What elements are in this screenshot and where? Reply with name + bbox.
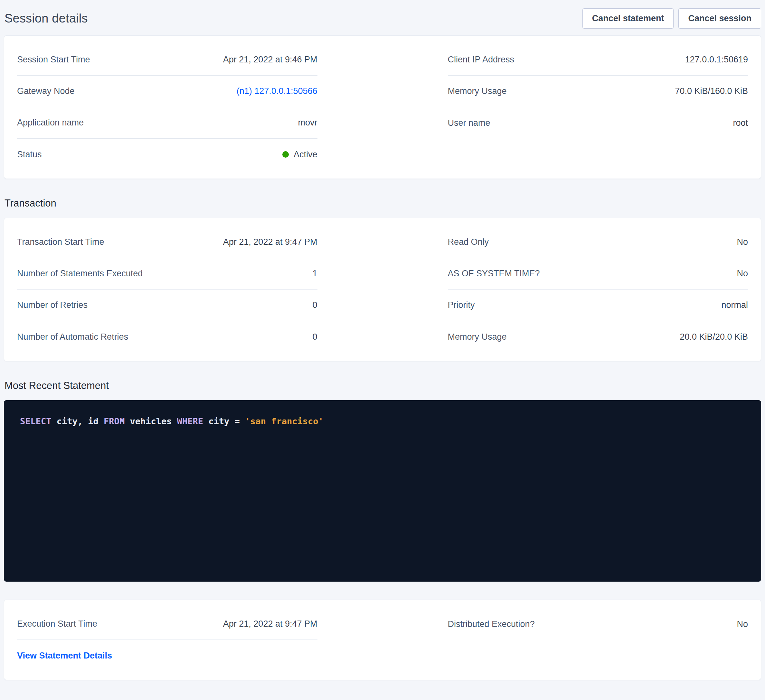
session-summary-card: Session Start Time Apr 21, 2022 at 9:46 … xyxy=(4,35,761,179)
detail-value: 70.0 KiB/160.0 KiB xyxy=(675,86,748,96)
detail-value: No xyxy=(737,237,748,247)
detail-label: User name xyxy=(448,118,490,128)
detail-value: No xyxy=(737,268,748,279)
read-only-row: Read Only No xyxy=(448,226,748,258)
statements-executed-row: Number of Statements Executed 1 xyxy=(17,258,318,290)
gateway-node-row: Gateway Node (n1) 127.0.0.1:50566 xyxy=(17,75,318,107)
most-recent-statement-title: Most Recent Statement xyxy=(5,380,761,391)
sql-token: WHERE xyxy=(177,416,203,426)
sql-token: city, id xyxy=(52,416,104,426)
detail-label: Distributed Execution? xyxy=(448,619,535,629)
detail-label: Number of Retries xyxy=(17,300,88,310)
cancel-statement-button[interactable]: Cancel statement xyxy=(582,8,674,29)
session-card-left-column: Session Start Time Apr 21, 2022 at 9:46 … xyxy=(17,44,318,170)
view-statement-details-row: View Statement Details xyxy=(17,640,318,671)
session-memory-usage-row: Memory Usage 70.0 KiB/160.0 KiB xyxy=(448,75,748,107)
page-header: Session details Cancel statement Cancel … xyxy=(4,0,761,31)
detail-label: AS OF SYSTEM TIME? xyxy=(448,268,540,279)
detail-label: Session Start Time xyxy=(17,55,90,65)
automatic-retries-row: Number of Automatic Retries 0 xyxy=(17,321,318,353)
status-row: Status Active xyxy=(17,139,318,170)
as-of-system-time-row: AS OF SYSTEM TIME? No xyxy=(448,258,748,290)
detail-value: 0 xyxy=(312,332,317,342)
client-ip-row: Client IP Address 127.0.0.1:50619 xyxy=(448,44,748,75)
execution-card-right-column: Distributed Execution? No xyxy=(448,608,748,671)
transaction-section-title: Transaction xyxy=(5,198,761,209)
detail-label: Transaction Start Time xyxy=(17,237,104,247)
transaction-card-right-column: Read Only No AS OF SYSTEM TIME? No Prior… xyxy=(448,226,748,353)
detail-value: normal xyxy=(721,300,748,310)
detail-value: root xyxy=(733,118,748,128)
detail-value: movr xyxy=(298,118,318,128)
gateway-node-link[interactable]: (n1) 127.0.0.1:50566 xyxy=(237,86,318,96)
detail-value: Apr 21, 2022 at 9:46 PM xyxy=(223,55,318,65)
transaction-start-time-row: Transaction Start Time Apr 21, 2022 at 9… xyxy=(17,226,318,258)
detail-label: Number of Automatic Retries xyxy=(17,332,128,342)
detail-value: 127.0.0.1:50619 xyxy=(685,55,748,65)
sql-token: FROM xyxy=(104,416,124,426)
detail-value: Apr 21, 2022 at 9:47 PM xyxy=(223,619,318,629)
status-badge: Active xyxy=(282,149,318,160)
sql-token: 'san francisco' xyxy=(245,416,324,426)
sql-statement-box: SELECT city, id FROM vehicles WHERE city… xyxy=(4,400,761,582)
session-details-page: Session details Cancel statement Cancel … xyxy=(0,0,765,680)
sql-token: vehicles xyxy=(124,416,177,426)
detail-value: Apr 21, 2022 at 9:47 PM xyxy=(223,237,318,247)
transaction-card-left-column: Transaction Start Time Apr 21, 2022 at 9… xyxy=(17,226,318,353)
distributed-execution-row: Distributed Execution? No xyxy=(448,608,748,640)
sql-token: SELECT xyxy=(20,416,52,426)
detail-label: Application name xyxy=(17,118,84,128)
detail-value: 1 xyxy=(312,268,317,279)
view-statement-details-link[interactable]: View Statement Details xyxy=(17,651,112,661)
detail-value: No xyxy=(737,619,748,629)
sql-token: city = xyxy=(203,416,245,426)
detail-value: 0 xyxy=(312,300,317,310)
detail-label: Read Only xyxy=(448,237,489,247)
execution-card: Execution Start Time Apr 21, 2022 at 9:4… xyxy=(4,600,761,680)
page-title: Session details xyxy=(5,12,88,25)
detail-label: Gateway Node xyxy=(17,86,75,96)
transaction-memory-usage-row: Memory Usage 20.0 KiB/20.0 KiB xyxy=(448,321,748,353)
detail-label: Client IP Address xyxy=(448,55,515,65)
retries-row: Number of Retries 0 xyxy=(17,290,318,321)
status-value: Active xyxy=(294,149,318,160)
cancel-session-button[interactable]: Cancel session xyxy=(678,8,761,29)
detail-label: Number of Statements Executed xyxy=(17,268,143,279)
application-name-row: Application name movr xyxy=(17,107,318,139)
header-actions: Cancel statement Cancel session xyxy=(582,8,761,29)
priority-row: Priority normal xyxy=(448,290,748,321)
session-card-right-column: Client IP Address 127.0.0.1:50619 Memory… xyxy=(448,44,748,170)
user-name-row: User name root xyxy=(448,107,748,139)
detail-label: Execution Start Time xyxy=(17,619,97,629)
detail-value: 20.0 KiB/20.0 KiB xyxy=(680,332,748,342)
transaction-card: Transaction Start Time Apr 21, 2022 at 9… xyxy=(4,218,761,361)
session-start-time-row: Session Start Time Apr 21, 2022 at 9:46 … xyxy=(17,44,318,75)
detail-label: Priority xyxy=(448,300,475,310)
status-active-dot-icon xyxy=(282,151,289,158)
detail-label: Status xyxy=(17,149,42,160)
execution-start-time-row: Execution Start Time Apr 21, 2022 at 9:4… xyxy=(17,608,318,640)
detail-label: Memory Usage xyxy=(448,86,507,96)
execution-card-left-column: Execution Start Time Apr 21, 2022 at 9:4… xyxy=(17,608,318,671)
detail-label: Memory Usage xyxy=(448,332,507,342)
